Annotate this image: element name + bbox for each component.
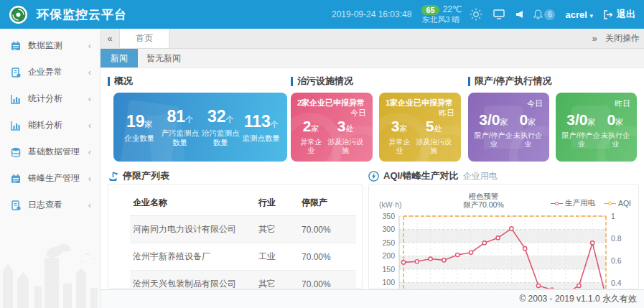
card-stats: 3家异常企业5处涉及治污设施	[386, 118, 454, 155]
sidebar-item-log-view[interactable]: 日志查看‹	[0, 192, 100, 218]
stat-value: 3家	[386, 118, 413, 136]
temperature-label: 22℃	[443, 5, 462, 14]
table-cell: 70.00%	[299, 271, 356, 289]
speaker-icon[interactable]	[515, 10, 523, 19]
stat-label: 产污监测点数量	[160, 129, 201, 147]
database-icon	[10, 147, 22, 157]
calendar-icon	[10, 174, 22, 184]
svg-text:0.4: 0.4	[611, 279, 622, 287]
bell-icon	[533, 9, 543, 19]
section-overview: 概况 19家企业数量81个产污监测点数量32个治污监测点数量113个监测点数量	[108, 75, 289, 162]
sidebar-item-enterprise-abnormal[interactable]: 企业异常‹	[0, 59, 100, 85]
sidebar: 数据监测‹企业异常‹统计分析‹能耗分析‹基础数据管理‹错峰生产管理‹日志查看‹	[0, 29, 101, 308]
section-pollution-control: 治污设施情况 2家企业已申报异常今日2家异常企业3处涉及治污设施1家企业已申报异…	[291, 75, 462, 162]
sidebar-item-label: 统计分析	[28, 93, 62, 105]
table-row[interactable]: 沧州宇新养殖设备厂工业70.00%	[130, 243, 356, 271]
stat-label: 异常企业	[386, 138, 413, 155]
main-area: « 首页 » 关闭操作 新闻 暂无新闻 概况 19家企业数量81个产污监测点数量…	[101, 29, 644, 308]
card-stat: 5处涉及治污设施	[413, 118, 454, 155]
sidebar-item-label: 错峰生产管理	[28, 172, 80, 185]
chevron-collapse-icon: ‹	[88, 200, 91, 210]
logout-icon	[603, 10, 613, 19]
copyright-label: © 2003 - 2019 v1.1.0 永久有效	[519, 293, 637, 305]
card-stats: 3/0家限产/停产企业0家未执行企业	[562, 112, 630, 149]
notifications[interactable]: 6	[533, 9, 555, 20]
table-header-0: 企业名称	[130, 190, 256, 216]
card-headline: 2家企业已申报异常	[297, 98, 366, 108]
stat-value: 3/0家	[475, 112, 513, 130]
stat-value: 3/0家	[562, 112, 600, 130]
close-operations-menu[interactable]: 关闭操作	[604, 29, 644, 48]
chevron-collapse-icon: ‹	[88, 93, 91, 104]
legend-item-aqi[interactable]: AQI	[604, 199, 631, 207]
svg-text:150: 150	[382, 265, 395, 274]
table-cell: 70.00%	[299, 243, 356, 271]
limit-table-title: 停限产列表	[108, 169, 169, 182]
aqi-production-line-chart[interactable]: 35030025020015010010.80.60.4	[369, 209, 625, 289]
logo-icon	[9, 5, 28, 24]
table-cell: 70.00%	[299, 216, 356, 243]
stat-label: 异常企业	[297, 138, 325, 155]
card-stat: 0家未执行企业	[513, 112, 543, 149]
bar-chart-icon	[10, 94, 22, 104]
chevron-collapse-icon: ‹	[88, 40, 91, 51]
stat-label: 治污监测点数量	[200, 129, 241, 147]
sidebar-item-peak-production-management[interactable]: 错峰生产管理‹	[0, 165, 100, 192]
bar-chart-icon	[10, 121, 22, 131]
logout-button[interactable]: 退出	[603, 8, 635, 21]
tabs-scroll-right-icon[interactable]: »	[585, 29, 604, 48]
overview-stat: 32个治污监测点数量	[200, 107, 241, 147]
table-header-2: 停限产	[299, 190, 356, 216]
legend-label: 生产用电	[565, 198, 595, 208]
card-day-label: 今日	[475, 98, 543, 109]
stat-label: 监测点数量	[241, 134, 282, 143]
city-skyline-watermark	[0, 236, 101, 308]
tab-home[interactable]: 首页	[119, 29, 169, 48]
card-stat: 3/0家限产/停产企业	[475, 112, 513, 149]
dashboard-content: 概况 19家企业数量81个产污监测点数量32个治污监测点数量113个监测点数量 …	[101, 69, 644, 289]
table-cell: 其它	[256, 216, 299, 243]
stat-value: 113个	[241, 112, 282, 131]
faucet-icon	[108, 171, 118, 182]
sidebar-item-basic-data-management[interactable]: 基础数据管理‹	[0, 139, 100, 165]
card-stats: 2家异常企业3处涉及治污设施	[297, 118, 366, 155]
table-row[interactable]: 沧州天兴包装制品有限公司其它70.00%	[130, 271, 356, 289]
section-title-pollution-control: 治污设施情况	[291, 75, 462, 88]
legend-marker-icon	[604, 202, 616, 205]
chart-warning-annotation: 橙色预警限产70.00%	[416, 192, 551, 209]
app-window: 环保监控云平台 2019-09-24 16:03:48 65 22℃ 东北风3 …	[0, 0, 644, 308]
section-title-production-limit: 限产/停产执行情况	[468, 75, 639, 88]
limit-table-card: 企业名称行业停限产 河南同力电力设计有限公司其它70.00%沧州宇新养殖设备厂工…	[108, 184, 363, 289]
legend-marker-icon	[551, 202, 563, 205]
sun-icon	[469, 7, 483, 22]
sidebar-item-data-monitoring[interactable]: 数据监测‹	[0, 32, 100, 59]
stat-label: 未执行企业	[600, 131, 630, 149]
app-title: 环保监控云平台	[37, 6, 127, 23]
table-cell: 工业	[256, 243, 299, 271]
power-bolt-icon	[368, 171, 379, 182]
sidebar-item-energy-analysis[interactable]: 能耗分析‹	[0, 112, 100, 139]
pollution-card-today: 2家企业已申报异常今日2家异常企业3处涉及治污设施	[291, 93, 373, 162]
stat-label: 涉及治污设施	[413, 138, 454, 155]
tabs-scroll-left-icon[interactable]: «	[101, 29, 119, 48]
card-stat: 3家异常企业	[386, 118, 413, 155]
svg-text:250: 250	[382, 238, 395, 247]
report-icon	[10, 67, 22, 78]
card-stat: 2家异常企业	[297, 118, 325, 155]
stat-label: 企业数量	[119, 134, 160, 143]
stat-value: 3处	[325, 118, 366, 136]
chart-y-axis-unit: (kW·h)	[379, 200, 416, 209]
tab-news[interactable]: 新闻	[101, 49, 138, 67]
sidebar-item-label: 基础数据管理	[28, 146, 80, 158]
user-menu[interactable]: acrel ▾	[565, 9, 593, 20]
monitor-icon[interactable]	[493, 9, 505, 19]
card-stats: 3/0家限产/停产企业0家未执行企业	[475, 112, 543, 149]
svg-text:1: 1	[611, 212, 615, 220]
chevron-down-icon: ▾	[589, 12, 593, 19]
overview-stat: 19家企业数量	[119, 112, 160, 143]
sidebar-item-statistical-analysis[interactable]: 统计分析‹	[0, 85, 100, 112]
legend-item-production[interactable]: 生产用电	[551, 198, 595, 208]
card-day-label: 昨日	[562, 98, 630, 109]
stat-value: 19家	[119, 112, 160, 131]
table-row[interactable]: 河南同力电力设计有限公司其它70.00%	[130, 216, 356, 243]
